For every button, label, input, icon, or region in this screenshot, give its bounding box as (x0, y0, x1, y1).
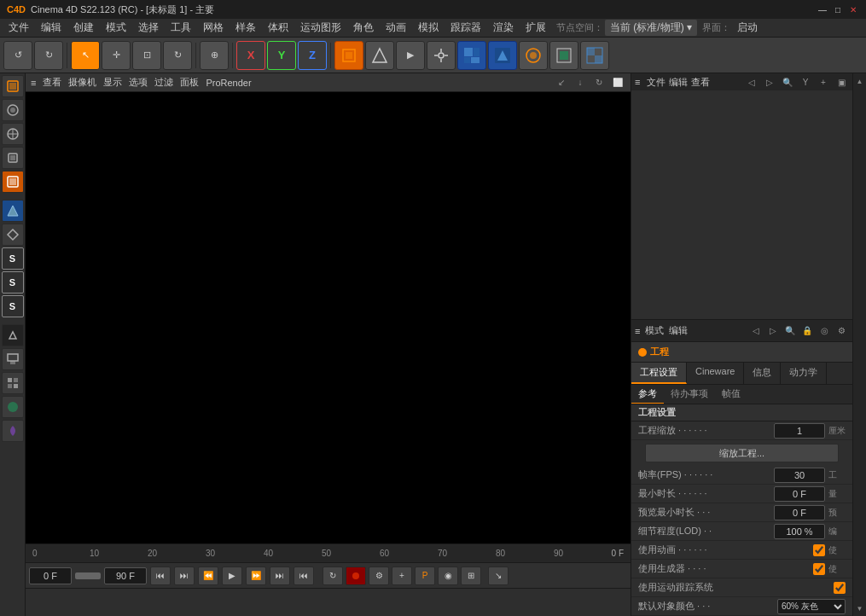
viewport-menu-filter[interactable]: 过滤 (154, 76, 173, 89)
props-mode-label[interactable]: 模式 (645, 324, 664, 337)
menu-mesh[interactable]: 网格 (198, 19, 229, 37)
redo-button[interactable]: ↻ (34, 41, 63, 70)
auto-key-button[interactable]: P (415, 567, 435, 585)
menu-spline[interactable]: 样条 (230, 19, 261, 37)
playback-range-bar[interactable] (75, 572, 101, 579)
sidebar-paint-2[interactable] (2, 348, 24, 370)
menu-animate[interactable]: 动画 (381, 19, 411, 37)
timeline-track[interactable] (26, 589, 631, 616)
step-back-button[interactable]: ⏪ (198, 567, 218, 585)
menu-extend[interactable]: 扩展 (520, 19, 551, 37)
scene-hamburger[interactable]: ≡ (635, 77, 640, 87)
sidebar-s-icon[interactable]: S (2, 247, 24, 270)
sidebar-mode-4[interactable] (2, 147, 24, 169)
maximize-button[interactable]: □ (832, 3, 844, 15)
next-key-button[interactable]: ⏭ (270, 567, 290, 585)
rotate-tool-button[interactable]: ↻ (163, 41, 192, 70)
props-hamburger[interactable]: ≡ (635, 326, 640, 336)
props-settings[interactable]: ⚙ (834, 323, 849, 339)
scene-nav-prev[interactable]: ◁ (744, 74, 759, 90)
menu-node-space[interactable]: 当前 (标准/物理) ▾ (605, 20, 697, 36)
add-key-button[interactable]: + (392, 567, 412, 585)
viewport-menu-options[interactable]: 选项 (129, 76, 148, 89)
loop-button[interactable]: ↻ (323, 567, 343, 585)
prop-checkbox-usegenerators[interactable] (813, 563, 825, 575)
scene-nav-next[interactable]: ▷ (762, 74, 777, 90)
tab-dynamics[interactable]: 动力学 (781, 363, 827, 384)
viewport-menu-panel[interactable]: 面板 (180, 76, 199, 89)
select-tool-button[interactable]: ↖ (71, 41, 100, 70)
sidebar-poly-1[interactable] (2, 200, 24, 222)
viewport-style-1[interactable] (457, 41, 486, 70)
prop-input-lod[interactable] (774, 524, 825, 539)
scale-tool-button[interactable]: ⊡ (132, 41, 161, 70)
x-axis-button[interactable]: X (236, 41, 265, 70)
goto-start-button[interactable]: ⏮ (150, 567, 171, 585)
scene-search[interactable]: 🔍 (780, 74, 795, 90)
props-nav-next[interactable]: ▷ (765, 323, 781, 339)
record-button[interactable] (346, 567, 366, 585)
snap-button[interactable]: ⊕ (200, 41, 229, 70)
keyframe-grid-button[interactable]: ⊞ (461, 567, 481, 585)
menu-select[interactable]: 选择 (133, 19, 164, 37)
viewport-icon-2[interactable]: ↓ (572, 75, 588, 90)
step-forward-button[interactable]: ⏩ (246, 567, 266, 585)
subtab-frame-values[interactable]: 帧值 (715, 385, 747, 404)
menu-mode[interactable]: 模式 (101, 19, 131, 37)
sidebar-mode-1[interactable] (2, 75, 24, 97)
props-edit-label[interactable]: 编辑 (669, 324, 688, 337)
tab-cineware[interactable]: Cineware (687, 363, 744, 384)
play-button[interactable]: ▶ (396, 41, 425, 70)
menu-tracker[interactable]: 跟踪器 (445, 19, 486, 37)
viewport-style-4[interactable] (549, 41, 578, 70)
menu-create[interactable]: 创建 (68, 19, 99, 37)
close-button[interactable]: ✕ (847, 3, 859, 15)
props-nav-prev[interactable]: ◁ (748, 323, 764, 339)
prev-frame-button[interactable]: ⏭ (174, 567, 195, 585)
z-axis-button[interactable]: Z (298, 41, 327, 70)
move-tool-button[interactable]: ✛ (102, 41, 131, 70)
viewport-menu-prorender[interactable]: ProRender (206, 78, 251, 88)
prop-input-scale[interactable] (774, 423, 825, 439)
menu-tools[interactable]: 工具 (166, 19, 196, 37)
subtab-todo[interactable]: 待办事项 (664, 385, 715, 404)
timeline-ruler[interactable]: 0 10 20 30 40 50 60 70 80 90 0 F (26, 544, 631, 563)
prop-select-defaultcolor[interactable]: 60% 灰色 随机颜色 图层颜色 (777, 599, 846, 614)
sidebar-paint-4[interactable] (2, 396, 24, 418)
menu-volume[interactable]: 体积 (263, 19, 294, 37)
goto-end-button[interactable]: ⏮ (294, 567, 314, 585)
viewport-icon-1[interactable]: ↙ (554, 75, 569, 90)
viewport-style-5[interactable] (580, 41, 609, 70)
far-right-scroll-up[interactable]: ▲ (855, 76, 865, 86)
prop-input-fps[interactable] (774, 468, 825, 483)
far-right-scroll-down[interactable]: ▼ (855, 603, 865, 613)
subtab-reference[interactable]: 参考 (631, 385, 664, 404)
object-tool-2[interactable] (365, 41, 394, 70)
sidebar-paint-5[interactable] (2, 420, 24, 442)
menu-character[interactable]: 角色 (348, 19, 379, 37)
props-lock[interactable]: 🔒 (799, 323, 815, 339)
viewport-menu-camera[interactable]: 摄像机 (68, 76, 96, 89)
start-frame-input[interactable] (29, 567, 72, 584)
viewport-menu-display[interactable]: 显示 (103, 76, 122, 89)
tab-project-settings[interactable]: 工程设置 (631, 363, 687, 384)
undo-button[interactable]: ↺ (3, 41, 32, 70)
scene-layer[interactable]: ▣ (834, 74, 849, 90)
viewport-icon-3[interactable]: ↻ (591, 75, 607, 90)
viewport-menu-view[interactable]: 查看 (43, 76, 61, 89)
settings-button[interactable] (427, 41, 456, 70)
motion-record-button[interactable]: ↘ (488, 567, 509, 585)
sidebar-s-icon-3[interactable]: S (2, 295, 24, 317)
sidebar-poly-2[interactable] (2, 224, 24, 246)
scene-add[interactable]: + (816, 74, 831, 90)
minimize-button[interactable]: — (817, 3, 828, 15)
menu-simulate[interactable]: 模拟 (413, 19, 444, 37)
viewport-style-2[interactable] (488, 41, 517, 70)
prop-checkbox-useanimation[interactable] (813, 544, 825, 556)
extra-playback-button[interactable]: ↘ (488, 567, 509, 585)
prop-input-mintime[interactable] (774, 486, 825, 502)
viewport-canvas[interactable] (26, 92, 631, 543)
scale-project-button[interactable]: 缩放工程... (645, 444, 839, 462)
end-frame-input[interactable] (104, 567, 147, 584)
scene-filter[interactable]: Y (798, 74, 813, 90)
